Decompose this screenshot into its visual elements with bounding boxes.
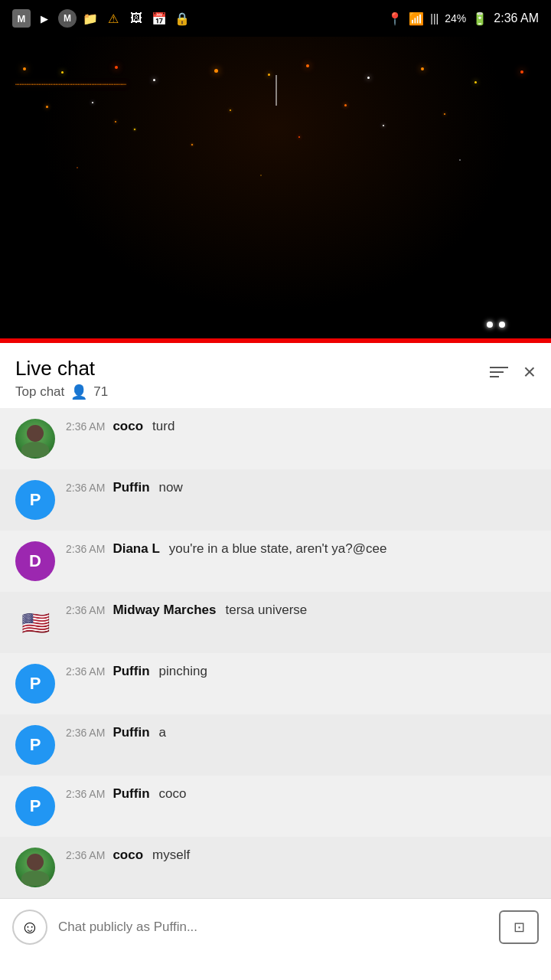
message-time: 2:36 AM [66, 543, 105, 555]
message-text: a [159, 725, 166, 740]
message-meta: 2:36 AM coco turd [66, 419, 536, 434]
chat-panel: Live chat Top chat 👤 71 × [0, 343, 551, 956]
m2-icon: M [58, 9, 77, 28]
message-text: pinching [159, 664, 207, 679]
filter-line-3 [490, 376, 499, 377]
close-chat-button[interactable]: × [523, 361, 536, 383]
message-username: Puffin [112, 480, 149, 495]
message-body: 2:36 AM Midway Marches tersa universe [66, 603, 536, 618]
message-meta: 2:36 AM Puffin now [66, 480, 536, 495]
message-body: 2:36 AM Diana L you're in a blue state, … [66, 541, 536, 557]
message-username: Puffin [112, 725, 149, 740]
live-chat-title: Live chat [15, 357, 108, 381]
message-text: myself [152, 848, 190, 863]
message-text: coco [159, 786, 187, 802]
youtube-icon: ▶ [35, 9, 54, 28]
image-icon: 🖼 [127, 9, 145, 28]
message-time: 2:36 AM [66, 849, 105, 861]
chat-header-left: Live chat Top chat 👤 71 [15, 357, 108, 400]
lock-icon: 🔒 [173, 9, 191, 28]
message-time: 2:36 AM [66, 788, 105, 800]
m-icon: M [12, 9, 31, 28]
battery-icon: 🔋 [472, 11, 487, 26]
message-text: you're in a blue state, aren't ya?@cee [169, 541, 387, 557]
message-username: Diana L [112, 541, 159, 557]
message-time: 2:36 AM [66, 665, 105, 678]
message-username: Puffin [112, 664, 149, 679]
filter-line-2 [490, 371, 504, 373]
message-body: 2:36 AM Puffin now [66, 480, 536, 495]
filter-icon [490, 367, 508, 377]
message-username: coco [112, 848, 143, 863]
send-button[interactable]: ⊡ [499, 910, 539, 944]
viewer-icon: 👤 [70, 384, 87, 400]
video-background: ●●●●●●●●●●●●●●●●●●●●●●●●●●●●●●●●●●●●●●●●… [0, 37, 551, 343]
message-body: 2:36 AM Puffin a [66, 725, 536, 740]
video-eye-dots [487, 322, 505, 328]
message-text: tersa universe [225, 603, 307, 618]
top-chat-label: Top chat [15, 384, 64, 400]
calendar-icon: 📅 [150, 9, 168, 28]
message-meta: 2:36 AM Puffin a [66, 725, 536, 740]
avatar: P [15, 664, 55, 704]
folder-icon: 📁 [81, 9, 99, 28]
message-body: 2:36 AM Puffin coco [66, 786, 536, 802]
message-time: 2:36 AM [66, 604, 105, 616]
avatar: D [15, 541, 55, 581]
message-time: 2:36 AM [66, 482, 105, 494]
filter-line-1 [490, 367, 508, 368]
avatar [15, 419, 55, 459]
status-icons-right: 📍 📶 ||| 24% 🔋 2:36 AM [387, 11, 539, 26]
message-meta: 2:36 AM Diana L you're in a blue state, … [66, 541, 536, 557]
wifi-icon: 📶 [409, 11, 424, 26]
video-player[interactable]: ●●●●●●●●●●●●●●●●●●●●●●●●●●●●●●●●●●●●●●●●… [0, 37, 551, 343]
message-body: 2:36 AM coco turd [66, 419, 536, 434]
chat-message: P 2:36 AM Puffin now [0, 469, 551, 531]
chat-message: P 2:36 AM Puffin coco [0, 776, 551, 837]
location-icon: 📍 [387, 11, 403, 26]
avatar: P [15, 480, 55, 520]
message-username: Puffin [112, 786, 149, 802]
message-text: turd [152, 419, 174, 434]
send-icon: ⊡ [514, 919, 525, 936]
message-body: 2:36 AM coco myself [66, 848, 536, 863]
message-meta: 2:36 AM Puffin pinching [66, 664, 536, 679]
message-text: now [159, 480, 183, 495]
warning-icon: ⚠ [104, 9, 122, 28]
message-time: 2:36 AM [66, 727, 105, 739]
chat-messages-list: 2:36 AM coco turd P 2:36 AM Puffin now D… [0, 408, 551, 898]
chat-message: 🇺🇸 2:36 AM Midway Marches tersa universe [0, 592, 551, 653]
avatar: P [15, 725, 55, 765]
chat-message: 2:36 AM coco myself [0, 837, 551, 898]
message-meta: 2:36 AM Midway Marches tersa universe [66, 603, 536, 618]
status-bar: M ▶ M 📁 ⚠ 🖼 📅 🔒 📍 📶 ||| 24% 🔋 2:36 AM [0, 0, 551, 37]
message-username: coco [112, 419, 143, 434]
signal-icon: ||| [430, 12, 439, 24]
status-time: 2:36 AM [494, 11, 539, 25]
message-body: 2:36 AM Puffin pinching [66, 664, 536, 679]
status-icons-left: M ▶ M 📁 ⚠ 🖼 📅 🔒 [12, 9, 191, 28]
chat-message: 2:36 AM coco turd [0, 408, 551, 469]
message-meta: 2:36 AM coco myself [66, 848, 536, 863]
viewer-count: 71 [93, 384, 108, 400]
emoji-button[interactable]: ☺ [12, 910, 47, 945]
avatar: 🇺🇸 [15, 603, 55, 642]
avatar: P [15, 786, 55, 826]
message-time: 2:36 AM [66, 420, 105, 433]
message-meta: 2:36 AM Puffin coco [66, 786, 536, 802]
top-chat-row: Top chat 👤 71 [15, 384, 108, 400]
battery-percent: 24% [445, 12, 466, 24]
chat-header: Live chat Top chat 👤 71 × [0, 343, 551, 408]
chat-input[interactable] [58, 920, 488, 935]
chat-message: P 2:36 AM Puffin pinching [0, 653, 551, 714]
video-progress-bar[interactable] [0, 338, 551, 343]
message-username: Midway Marches [112, 603, 216, 618]
avatar [15, 848, 55, 887]
filter-button[interactable] [490, 367, 508, 377]
chat-message: P 2:36 AM Puffin a [0, 714, 551, 776]
chat-input-bar: ☺ ⊡ [0, 898, 551, 956]
chat-header-right: × [490, 357, 536, 383]
chat-message: D 2:36 AM Diana L you're in a blue state… [0, 531, 551, 592]
